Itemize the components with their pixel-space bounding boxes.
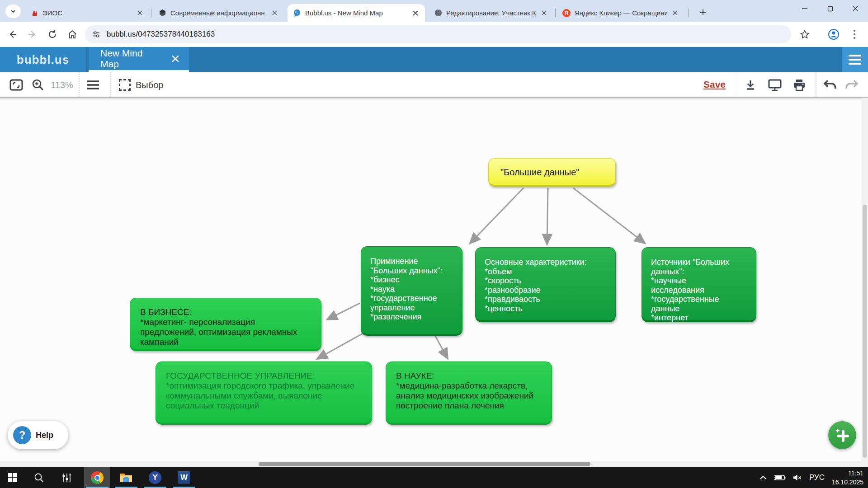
taskbar-chrome-button[interactable]: [84, 467, 110, 488]
map-menu-button[interactable]: [84, 76, 102, 94]
tab-separator: [286, 9, 286, 17]
clock[interactable]: 11:51 16.10.2025: [832, 469, 863, 487]
undo-button[interactable]: [821, 76, 839, 94]
tab-yandex-clicker[interactable]: Я Яндекс Кликер — Сокращение: [557, 4, 684, 22]
redo-button[interactable]: [843, 76, 861, 94]
volume-muted-icon[interactable]: [793, 474, 802, 481]
zoom-in-icon: [32, 79, 44, 91]
chevron-down-icon: [10, 8, 16, 14]
address-bar[interactable]: bubbl.us/047325378440183163: [85, 25, 791, 43]
tab-sovremennye[interactable]: Современные информационн: [153, 4, 284, 22]
mindmap-node-science[interactable]: В НАУКЕ: *медицина-разработка лекарств, …: [386, 361, 552, 425]
date-text: 16.10.2025: [832, 478, 863, 487]
tab-close-icon[interactable]: [540, 9, 548, 17]
tab-close-icon[interactable]: [411, 9, 420, 17]
select-tool-button[interactable]: [116, 76, 134, 94]
present-button[interactable]: [766, 76, 784, 94]
tab-title: Bubbl.us - New Mind Map: [305, 9, 407, 17]
mindmap-canvas[interactable]: "Большие данные" Приминение "Больших дан…: [0, 98, 868, 467]
tab-separator: [555, 9, 556, 17]
mindmap-node-sources[interactable]: Источники "Больших данных": *научные исс…: [642, 247, 756, 322]
toolbar-divider: [110, 72, 111, 97]
node-text: Основные характеристики: *объем *скорост…: [485, 258, 606, 313]
home-icon: [67, 29, 77, 39]
three-dots-icon: [853, 29, 856, 39]
zoom-button[interactable]: [29, 76, 47, 94]
lines-menu-icon: [86, 80, 100, 90]
download-button[interactable]: [741, 76, 760, 94]
tab-title: Современные информационн: [170, 9, 266, 17]
tray-chevron-up-icon[interactable]: [760, 475, 767, 480]
selection-box-icon: [119, 79, 131, 91]
mindmap-node-characteristics[interactable]: Основные характеристики: *объем *скорост…: [475, 247, 616, 322]
zoom-level[interactable]: 113%: [51, 80, 73, 90]
home-button[interactable]: [63, 25, 81, 43]
add-bubble-button[interactable]: [828, 421, 856, 449]
tab-wikipedia-edit[interactable]: Редактирование: Участник:Кру: [429, 4, 553, 22]
browser-navbar: bubbl.us/047325378440183163: [0, 22, 868, 47]
bookmark-button[interactable]: [796, 25, 814, 43]
battery-icon[interactable]: [774, 474, 786, 481]
tab-close-icon[interactable]: [136, 9, 144, 17]
site-info-icon[interactable]: [92, 30, 100, 38]
toolbar-divider: [737, 72, 737, 97]
mindmap-node-root[interactable]: "Большие данные": [488, 158, 616, 187]
horizontal-scrollbar-thumb[interactable]: [259, 462, 590, 466]
mindmap-node-business[interactable]: В БИЗНЕСЕ: *маркетинг- персонализация пр…: [130, 298, 321, 351]
mindmap-node-apply[interactable]: Приминение "Больших данных": *бизнес *на…: [361, 246, 462, 336]
maximize-icon: [827, 6, 833, 12]
doc-tab-close-icon[interactable]: [171, 54, 180, 63]
tab-separator: [151, 9, 151, 17]
minimize-button[interactable]: [792, 0, 817, 17]
tab-search-button[interactable]: [5, 5, 21, 18]
tab-bubbl-active[interactable]: Bubbl.us - New Mind Map: [288, 4, 425, 22]
taskbar-search-button[interactable]: [28, 467, 50, 488]
toolbar-divider: [79, 72, 80, 97]
taskbar-explorer-button[interactable]: [113, 467, 139, 488]
print-button[interactable]: [790, 76, 808, 94]
forward-button[interactable]: [23, 25, 41, 43]
profile-button[interactable]: [825, 25, 843, 43]
mindmap-node-government[interactable]: ГОСУДАРСТВЕННОЕ УПРАВЛЕНИЕ: *оптимизация…: [156, 361, 372, 425]
tab-close-icon[interactable]: [671, 9, 679, 17]
fit-screen-icon: [9, 79, 23, 91]
reload-button[interactable]: [43, 25, 61, 43]
horizontal-scrollbar[interactable]: [0, 461, 862, 467]
monitor-icon: [768, 79, 782, 91]
back-button[interactable]: [4, 25, 22, 43]
maximize-button[interactable]: [817, 0, 843, 17]
select-tool-label[interactable]: Выбор: [136, 80, 163, 90]
taskbar-yandex-button[interactable]: Y: [142, 467, 168, 488]
task-view-button[interactable]: [56, 467, 78, 488]
bubbl-header: bubbl.us New Mind Map: [0, 47, 868, 72]
help-label: Help: [36, 431, 53, 440]
taskbar-word-button[interactable]: W: [171, 467, 197, 488]
reload-icon: [47, 29, 57, 39]
language-indicator[interactable]: РУС: [809, 473, 825, 482]
mindmap-doc-tab[interactable]: New Mind Map: [89, 47, 189, 72]
fit-screen-button[interactable]: [7, 76, 25, 94]
vertical-scrollbar-thumb[interactable]: [863, 205, 867, 458]
bubbl-toolbar: 113% Выбор Save: [0, 72, 868, 98]
node-text: Приминение "Больших данных": *бизнес *на…: [370, 257, 453, 322]
tab-close-icon[interactable]: [270, 9, 278, 17]
vertical-scrollbar[interactable]: [862, 98, 868, 461]
close-window-button[interactable]: [843, 0, 868, 17]
download-icon: [745, 79, 756, 91]
bubbl-logo[interactable]: bubbl.us: [0, 47, 86, 72]
browser-menu-button[interactable]: [845, 25, 863, 43]
node-text: "Большие данные": [500, 167, 604, 178]
screen: ЭИОС Современные информационн Bubbl.us -…: [0, 0, 868, 488]
help-button[interactable]: ? Help: [8, 421, 68, 449]
tab-eios[interactable]: ЭИОС: [25, 4, 149, 22]
tab-title: Яндекс Кликер — Сокращение: [575, 9, 667, 17]
task-view-icon: [62, 473, 72, 483]
new-tab-button[interactable]: [696, 5, 710, 19]
yandex-browser-icon: Y: [149, 471, 161, 484]
save-button[interactable]: Save: [703, 79, 726, 90]
taskbar: Y W РУС 11:51 16.10.2025: [0, 467, 868, 488]
url-text[interactable]: bubbl.us/047325378440183163: [107, 30, 215, 39]
app-menu-button[interactable]: [842, 47, 868, 72]
doc-tab-title: New Mind Map: [100, 48, 163, 70]
start-button[interactable]: [2, 467, 24, 488]
